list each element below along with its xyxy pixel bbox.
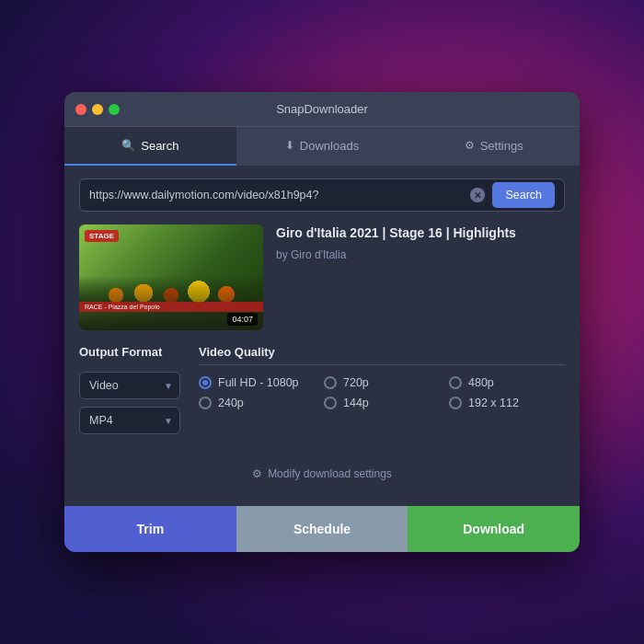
format-quality-section: Output Format Video Audio ▼ MP4 MKV AVI …	[79, 345, 565, 434]
video-section: STAGE RACE - Piazza del Popolo 04:07 Gir…	[79, 224, 565, 330]
traffic-lights	[75, 104, 120, 115]
radio-720p-label: 720p	[343, 376, 369, 389]
thumbnail-overlay: STAGE	[85, 230, 119, 242]
type-select[interactable]: Video Audio	[79, 372, 180, 399]
minimize-button[interactable]	[92, 104, 103, 115]
thumbnail-banner: RACE - Piazza del Popolo	[79, 302, 263, 312]
tab-bar: 🔍 Search ⬇ Downloads ⚙ Settings	[64, 127, 580, 166]
radio-144p-label: 144p	[343, 397, 369, 409]
modify-settings-label: Modify download settings	[268, 467, 392, 480]
format-column: Output Format Video Audio ▼ MP4 MKV AVI …	[79, 345, 180, 434]
video-author: by Giro d'Italia	[276, 248, 565, 261]
quality-fhd[interactable]: Full HD - 1080p	[199, 376, 315, 389]
app-title: SnapDownloader	[276, 102, 368, 116]
main-content: ✕ Search STAGE RACE - Piazza del Popolo …	[64, 166, 580, 506]
radio-192x112-label: 192 x 112	[468, 397, 519, 409]
schedule-button[interactable]: Schedule	[236, 506, 408, 552]
url-bar: ✕ Search	[79, 178, 565, 212]
format-label: Output Format	[79, 345, 180, 359]
search-button[interactable]: Search	[492, 182, 555, 208]
quality-480p[interactable]: 480p	[449, 376, 565, 389]
quality-divider	[199, 364, 565, 365]
video-info: Giro d'Italia 2021 | Stage 16 | Highligh…	[276, 224, 565, 261]
quality-label: Video Quality	[199, 345, 565, 359]
video-thumbnail: STAGE RACE - Piazza del Popolo 04:07	[79, 224, 263, 330]
quality-144p[interactable]: 144p	[324, 397, 440, 409]
radio-480p[interactable]	[449, 376, 462, 389]
downloads-tab-icon: ⬇	[285, 139, 294, 152]
app-window: SnapDownloader 🔍 Search ⬇ Downloads ⚙ Se…	[64, 92, 580, 552]
radio-fhd[interactable]	[199, 376, 212, 389]
maximize-button[interactable]	[109, 104, 120, 115]
thumbnail-duration: 04:07	[227, 313, 258, 326]
search-tab-icon: 🔍	[121, 139, 135, 152]
tab-settings-label: Settings	[480, 139, 523, 153]
tab-search-label: Search	[141, 139, 178, 153]
quality-grid: Full HD - 1080p 720p 480p 240p	[199, 376, 565, 409]
radio-720p[interactable]	[324, 376, 337, 389]
format-select[interactable]: MP4 MKV AVI MOV	[79, 407, 180, 434]
radio-480p-label: 480p	[468, 376, 494, 389]
settings-tab-icon: ⚙	[465, 139, 475, 152]
radio-240p-label: 240p	[218, 397, 244, 409]
download-button[interactable]: Download	[408, 506, 580, 552]
tab-settings[interactable]: ⚙ Settings	[408, 127, 580, 166]
trim-button[interactable]: Trim	[64, 506, 236, 552]
tab-downloads[interactable]: ⬇ Downloads	[236, 127, 408, 166]
titlebar: SnapDownloader	[64, 92, 580, 127]
close-button[interactable]	[75, 104, 86, 115]
url-clear-button[interactable]: ✕	[470, 188, 485, 202]
radio-240p[interactable]	[199, 397, 212, 409]
quality-column: Video Quality Full HD - 1080p 720p 480p	[199, 345, 565, 409]
url-input[interactable]	[89, 189, 470, 201]
quality-192x112[interactable]: 192 x 112	[449, 397, 565, 409]
quality-720p[interactable]: 720p	[324, 376, 440, 389]
type-select-wrapper: Video Audio ▼	[79, 372, 180, 399]
tab-downloads-label: Downloads	[300, 139, 359, 153]
quality-240p[interactable]: 240p	[199, 397, 315, 409]
video-title: Giro d'Italia 2021 | Stage 16 | Highligh…	[276, 224, 565, 243]
gear-icon: ⚙	[252, 467, 262, 480]
tab-search[interactable]: 🔍 Search	[64, 127, 236, 166]
modify-settings[interactable]: ⚙ Modify download settings	[79, 449, 565, 493]
radio-192x112[interactable]	[449, 397, 462, 409]
radio-144p[interactable]	[324, 397, 337, 409]
format-select-wrapper: MP4 MKV AVI MOV ▼	[79, 407, 180, 434]
bottom-bar: Trim Schedule Download	[64, 506, 580, 552]
radio-fhd-label: Full HD - 1080p	[218, 376, 299, 389]
